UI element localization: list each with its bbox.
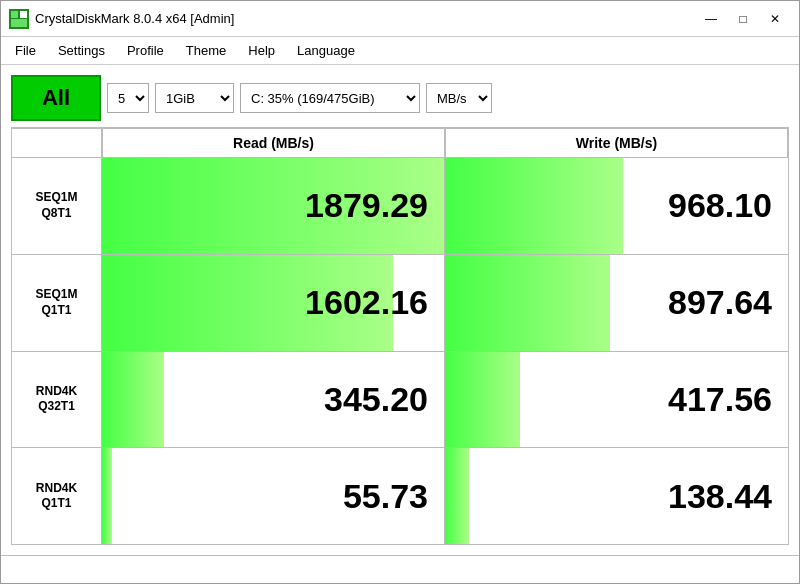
read-value: 1879.29 [305,186,428,225]
close-button[interactable]: ✕ [759,7,791,31]
all-button[interactable]: All [11,75,101,121]
menu-file[interactable]: File [5,40,46,61]
row-label-line1: SEQ1M [35,190,77,206]
table-row: SEQ1M Q1T1 1602.16 897.64 [12,255,788,352]
maximize-button[interactable]: □ [727,7,759,31]
app-icon [9,9,29,29]
row-label-line2: Q1T1 [41,496,71,512]
write-value: 417.56 [668,380,772,419]
menu-profile[interactable]: Profile [117,40,174,61]
titlebar-left: CrystalDiskMark 8.0.4 x64 [Admin] [9,9,234,29]
table-row: SEQ1M Q8T1 1879.29 968.10 [12,158,788,255]
unit-select[interactable]: MB/s GB/s IOPS μs [426,83,492,113]
table-row: RND4K Q32T1 345.20 417.56 [12,352,788,449]
write-value: 897.64 [668,283,772,322]
row-label-rnd4k-q1t1: RND4K Q1T1 [12,448,102,544]
row-label-line2: Q8T1 [41,206,71,222]
menu-language[interactable]: Language [287,40,365,61]
menubar: File Settings Profile Theme Help Languag… [1,37,799,65]
titlebar: CrystalDiskMark 8.0.4 x64 [Admin] — □ ✕ [1,1,799,37]
menu-theme[interactable]: Theme [176,40,236,61]
row-write-rnd4k-q32t1: 417.56 [445,352,788,448]
drive-select[interactable]: C: 35% (169/475GiB) D: E: [240,83,420,113]
row-label-line1: RND4K [36,481,77,497]
row-label-line2: Q32T1 [38,399,75,415]
size-select[interactable]: 512MiB 1GiB 2GiB 4GiB [155,83,234,113]
row-label-line1: RND4K [36,384,77,400]
minimize-button[interactable]: — [695,7,727,31]
titlebar-controls: — □ ✕ [695,7,791,31]
header-label [12,128,102,158]
svg-rect-1 [11,19,27,27]
row-label-seq1m-q8t1: SEQ1M Q8T1 [12,158,102,254]
row-write-seq1m-q8t1: 968.10 [445,158,788,254]
row-read-seq1m-q1t1: 1602.16 [102,255,445,351]
header-write: Write (MB/s) [445,128,788,158]
window-title: CrystalDiskMark 8.0.4 x64 [Admin] [35,11,234,26]
row-write-seq1m-q1t1: 897.64 [445,255,788,351]
row-read-rnd4k-q1t1: 55.73 [102,448,445,544]
header-read: Read (MB/s) [102,128,445,158]
read-value: 345.20 [324,380,428,419]
row-label-seq1m-q1t1: SEQ1M Q1T1 [12,255,102,351]
grid-header: Read (MB/s) Write (MB/s) [12,128,788,158]
write-value: 138.44 [668,477,772,516]
main-content: All 1 3 5 9 512MiB 1GiB 2GiB 4GiB C: 35%… [1,65,799,555]
row-read-rnd4k-q32t1: 345.20 [102,352,445,448]
count-select[interactable]: 1 3 5 9 [107,83,149,113]
toolbar: All 1 3 5 9 512MiB 1GiB 2GiB 4GiB C: 35%… [11,75,789,121]
table-row: RND4K Q1T1 55.73 138.44 [12,448,788,544]
results-grid: Read (MB/s) Write (MB/s) SEQ1M Q8T1 1879… [11,127,789,545]
svg-rect-2 [11,11,18,18]
write-value: 968.10 [668,186,772,225]
row-read-seq1m-q8t1: 1879.29 [102,158,445,254]
menu-settings[interactable]: Settings [48,40,115,61]
read-value: 55.73 [343,477,428,516]
read-value: 1602.16 [305,283,428,322]
row-write-rnd4k-q1t1: 138.44 [445,448,788,544]
svg-rect-3 [20,11,27,18]
statusbar [1,555,799,583]
row-label-line2: Q1T1 [41,303,71,319]
row-label-rnd4k-q32t1: RND4K Q32T1 [12,352,102,448]
row-label-line1: SEQ1M [35,287,77,303]
menu-help[interactable]: Help [238,40,285,61]
